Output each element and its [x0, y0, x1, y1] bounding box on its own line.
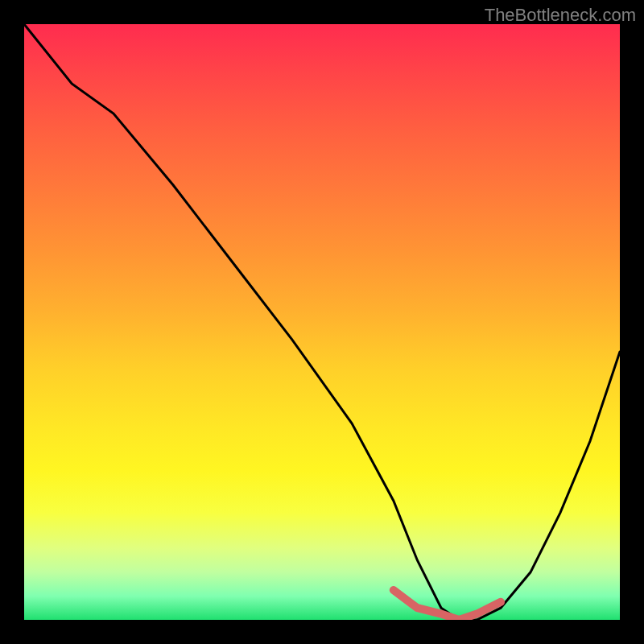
curve-svg — [24, 24, 620, 620]
chart-area — [24, 24, 620, 620]
bottleneck-curve — [24, 24, 620, 620]
watermark-text: TheBottleneck.com — [485, 5, 636, 26]
